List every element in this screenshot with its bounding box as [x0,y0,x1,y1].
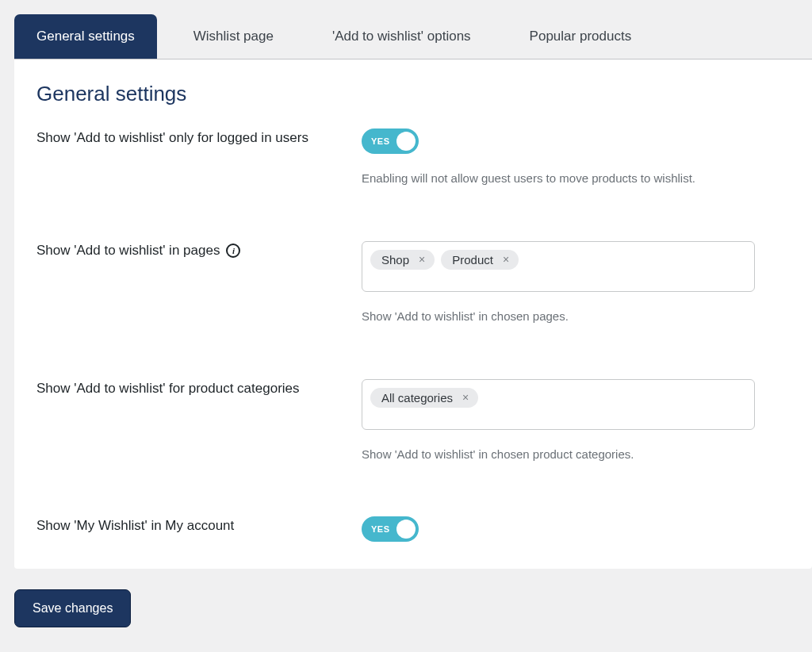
categories-multiselect[interactable]: All categories × [362,379,755,430]
setting-label: Show 'Add to wishlist' only for logged i… [36,128,362,146]
setting-label-text: Show 'My Wishlist' in My account [36,518,234,534]
toggle-state-text: YES [371,524,390,534]
setting-label-text: Show 'Add to wishlist' for product categ… [36,381,300,397]
chip-remove-icon[interactable]: × [416,254,428,265]
setting-row-pages: Show 'Add to wishlist' in pages i Shop ×… [36,241,790,325]
setting-row-categories: Show 'Add to wishlist' for product categ… [36,379,790,463]
chip-label: All categories [381,391,453,405]
chip-remove-icon[interactable]: × [459,392,472,403]
tab-general-settings[interactable]: General settings [14,14,157,59]
setting-row-logged-only: Show 'Add to wishlist' only for logged i… [36,128,790,187]
toggle-state-text: YES [371,136,390,146]
save-changes-button[interactable]: Save changes [14,589,131,627]
toggle-my-account[interactable]: YES [362,516,419,542]
info-icon[interactable]: i [226,244,240,258]
setting-help-text: Enabling will not allow guest users to m… [362,170,790,187]
toggle-knob-icon [396,520,416,539]
toggle-logged-only[interactable]: YES [362,128,419,154]
setting-help-text: Show 'Add to wishlist' in chosen pages. [362,308,790,325]
setting-row-my-account: Show 'My Wishlist' in My account YES [36,516,790,542]
setting-label-text: Show 'Add to wishlist' in pages [36,243,220,259]
chip-remove-icon[interactable]: × [500,254,512,265]
chip-product: Product × [441,250,519,270]
footer: Save changes [14,569,812,627]
chip-shop: Shop × [370,250,435,270]
settings-panel: General settings Show 'Add to wishlist' … [14,59,812,569]
setting-label: Show 'Add to wishlist' for product categ… [36,379,362,397]
setting-help-text: Show 'Add to wishlist' in chosen product… [362,446,790,463]
tab-add-to-wishlist-options[interactable]: 'Add to wishlist' options [310,14,493,59]
chip-label: Shop [381,253,409,267]
chip-label: Product [452,253,493,267]
tab-wishlist-page[interactable]: Wishlist page [171,14,296,59]
toggle-knob-icon [396,132,416,151]
tab-popular-products[interactable]: Popular products [508,14,654,59]
chip-all-categories: All categories × [370,388,478,408]
tabs-bar: General settings Wishlist page 'Add to w… [14,14,812,59]
pages-multiselect[interactable]: Shop × Product × [362,241,755,292]
setting-label: Show 'Add to wishlist' in pages i [36,241,362,259]
setting-label: Show 'My Wishlist' in My account [36,516,362,534]
setting-label-text: Show 'Add to wishlist' only for logged i… [36,130,308,146]
panel-title: General settings [36,82,790,106]
